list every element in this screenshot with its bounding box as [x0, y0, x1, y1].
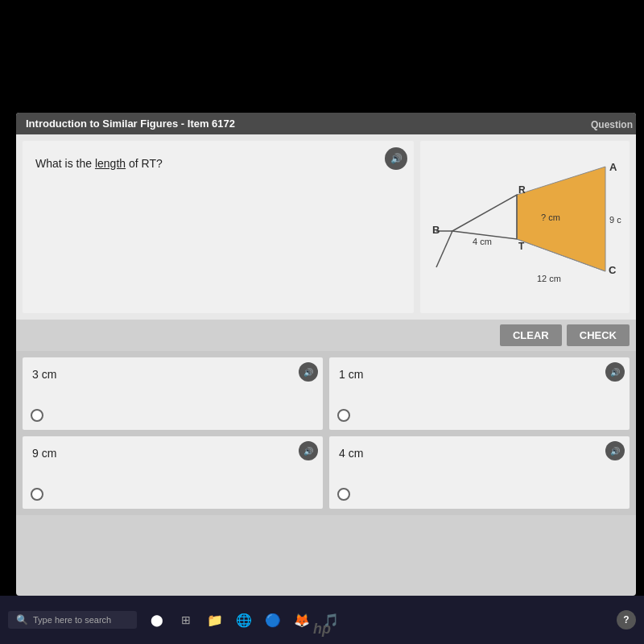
top-bar: Introduction to Similar Figures - Item 6…	[16, 113, 636, 134]
taskbar-icon-app1[interactable]: 🦊	[290, 608, 314, 632]
answer-audio-btn-2[interactable]: 🔊	[605, 362, 625, 382]
check-button[interactable]: CHECK	[567, 324, 630, 346]
diagram-panel: A B R T C ? cm 4 cm 9 cm 12	[420, 141, 630, 313]
answer-audio-btn-3[interactable]: 🔊	[299, 441, 318, 460]
label-B: B	[432, 224, 440, 236]
speaker-icon-a2: 🔊	[610, 368, 620, 377]
button-row: CLEAR CHECK	[16, 320, 636, 351]
answers-grid: 🔊 3 cm 🔊 1 cm 🔊 9 cm 🔊 4 cm	[16, 351, 636, 515]
hp-logo: hp	[313, 621, 331, 638]
answer-card-3[interactable]: 🔊 9 cm	[23, 436, 323, 509]
question-nav-label: Question	[591, 119, 633, 130]
question-text-panel: 🔊 What is the length of RT?	[23, 141, 414, 313]
question-area: 🔊 What is the length of RT?	[16, 134, 636, 320]
label-T: T	[518, 241, 525, 252]
search-bar[interactable]: 🔍 Type here to search	[8, 611, 137, 629]
question-text: What is the length of RT?	[35, 157, 401, 170]
taskbar-icon-folder[interactable]: 📁	[203, 608, 227, 632]
answer-label-2: 1 cm	[339, 368, 363, 381]
ac-label: 9 cm	[609, 215, 621, 225]
answer-radio-2[interactable]	[337, 409, 350, 422]
bt-label: 4 cm	[473, 237, 492, 246]
speaker-icon-a3: 🔊	[303, 447, 313, 456]
lesson-title: Introduction to Similar Figures - Item 6…	[26, 118, 235, 130]
speaker-icon: 🔊	[390, 153, 402, 164]
taskbar-icon-chrome[interactable]: 🔵	[261, 608, 285, 632]
svg-marker-1	[452, 195, 517, 239]
answer-card-1[interactable]: 🔊 3 cm	[23, 357, 323, 430]
label-A: A	[609, 161, 617, 173]
speaker-icon-a4: 🔊	[610, 447, 620, 456]
taskbar-icon-edge[interactable]: 🌐	[232, 608, 256, 632]
answer-label-4: 4 cm	[339, 447, 363, 460]
answer-audio-btn-4[interactable]: 🔊	[605, 441, 625, 460]
answer-radio-1[interactable]	[31, 409, 43, 422]
answer-card-2[interactable]: 🔊 1 cm	[329, 357, 630, 430]
answer-card-4[interactable]: 🔊 4 cm	[329, 436, 630, 509]
label-R: R	[518, 184, 526, 196]
taskbar-icon-circle[interactable]: ⬤	[145, 608, 169, 632]
diagram-svg: A B R T C ? cm 4 cm 9 cm 12	[428, 147, 621, 308]
question-audio-button[interactable]: 🔊	[385, 147, 407, 170]
clear-button[interactable]: CLEAR	[500, 324, 562, 346]
taskbar-icon-widgets[interactable]: ⊞	[174, 608, 198, 632]
answer-audio-btn-1[interactable]: 🔊	[299, 362, 318, 382]
unknown-label: ? cm	[541, 213, 560, 222]
bc-label: 12 cm	[537, 274, 561, 283]
screen: Introduction to Similar Figures - Item 6…	[16, 113, 636, 596]
answer-label-3: 9 cm	[32, 447, 56, 460]
taskbar-right: ?	[617, 610, 636, 630]
search-icon: 🔍	[16, 614, 28, 625]
help-button[interactable]: ?	[617, 610, 636, 630]
speaker-icon-a1: 🔊	[303, 368, 313, 377]
svg-line-3	[436, 231, 452, 267]
answer-radio-3[interactable]	[31, 488, 43, 501]
answer-label-1: 3 cm	[32, 368, 56, 381]
answer-radio-4[interactable]	[337, 488, 350, 501]
search-placeholder-text: Type here to search	[33, 615, 111, 625]
label-C: C	[609, 264, 617, 276]
